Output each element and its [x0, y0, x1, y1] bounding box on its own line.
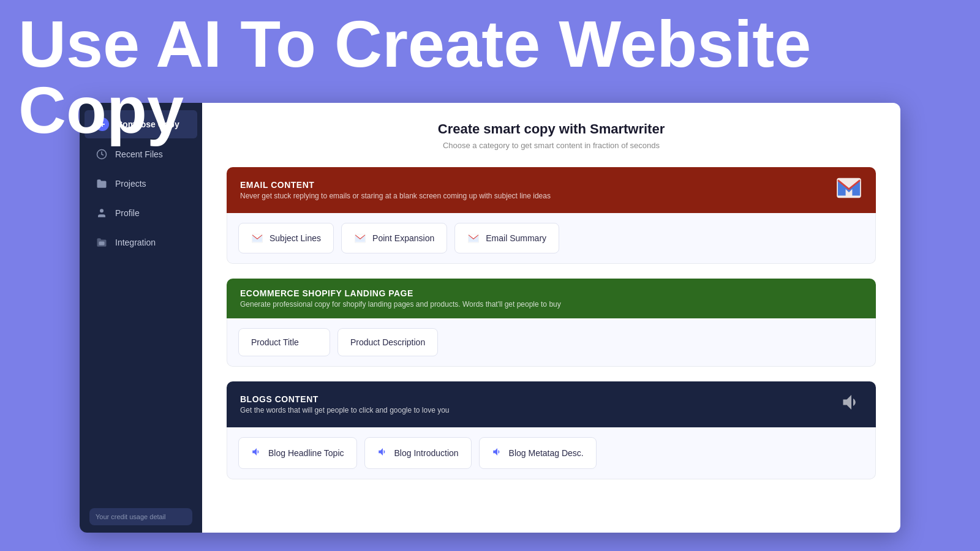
- ecommerce-section: ECOMMERCE SHOPIFY LANDING PAGE Generate …: [227, 279, 876, 367]
- blogs-section-header: BLOGS CONTENT Get the words that will ge…: [227, 381, 876, 427]
- blogs-section-title: BLOGS CONTENT: [240, 394, 450, 404]
- ecommerce-section-items: Product Title Product Description: [227, 318, 876, 367]
- product-description-label: Product Description: [350, 337, 425, 347]
- blogs-section-icon: [840, 391, 862, 418]
- blogs-section-items: Blog Headline Topic Blog Introduction: [227, 427, 876, 479]
- email-section-header: EMAIL CONTENT Never get stuck replying t…: [227, 167, 876, 213]
- credit-text: Your credit usage detail: [96, 513, 166, 520]
- blogs-section-desc: Get the words that will get people to cl…: [240, 406, 450, 414]
- email-summary-card[interactable]: Email Summary: [454, 223, 559, 253]
- main-content: Create smart copy with Smartwriter Choos…: [202, 103, 900, 533]
- product-description-card[interactable]: Product Description: [337, 328, 438, 356]
- blog-headline-card[interactable]: Blog Headline Topic: [238, 437, 357, 469]
- app-container: + Compose Copy Recent Files Projects: [80, 103, 900, 533]
- point-expansion-card[interactable]: Point Expansion: [341, 223, 447, 253]
- email-section-title: EMAIL CONTENT: [240, 180, 551, 190]
- gmail-icon-subject: [251, 232, 263, 244]
- blog-metatag-label: Blog Metatag Desc.: [509, 448, 584, 458]
- sidebar-integration-label: Integration: [115, 238, 156, 247]
- email-section-items: Subject Lines Point Expansion: [227, 213, 876, 264]
- sidebar-footer: Your credit usage detail: [80, 501, 202, 533]
- folder-icon: [96, 178, 108, 190]
- product-title-label: Product Title: [251, 337, 299, 347]
- subject-lines-card[interactable]: Subject Lines: [238, 223, 334, 253]
- sidebar-recent-label: Recent Files: [115, 149, 163, 159]
- blogs-section: BLOGS CONTENT Get the words that will ge…: [227, 381, 876, 479]
- email-section-icon: [835, 177, 862, 203]
- gmail-icon-point: [354, 232, 366, 244]
- ecommerce-section-desc: Generate professional copy for shopify l…: [240, 300, 561, 309]
- megaphone-icon-metatag: [492, 446, 503, 460]
- gmail-icon-summary: [467, 232, 480, 244]
- ecommerce-section-title: ECOMMERCE SHOPIFY LANDING PAGE: [240, 288, 561, 298]
- main-headline: Use AI To Create Website Copy: [0, 0, 980, 149]
- megaphone-icon-headline: [251, 446, 262, 460]
- email-section-desc: Never get stuck replying to emails or st…: [240, 192, 551, 200]
- blog-metatag-card[interactable]: Blog Metatag Desc.: [479, 437, 597, 469]
- ecommerce-header-text: ECOMMERCE SHOPIFY LANDING PAGE Generate …: [240, 288, 561, 309]
- product-title-card[interactable]: Product Title: [238, 328, 330, 356]
- blogs-header-text: BLOGS CONTENT Get the words that will ge…: [240, 394, 450, 414]
- sidebar: + Compose Copy Recent Files Projects: [80, 103, 202, 533]
- user-icon: [96, 207, 108, 219]
- svg-point-1: [100, 209, 104, 212]
- sidebar-projects-label: Projects: [115, 179, 146, 189]
- ecommerce-section-header: ECOMMERCE SHOPIFY LANDING PAGE Generate …: [227, 279, 876, 318]
- plug-icon: [96, 236, 108, 249]
- blog-headline-label: Blog Headline Topic: [268, 448, 344, 458]
- email-section: EMAIL CONTENT Never get stuck replying t…: [227, 167, 876, 264]
- sidebar-item-profile[interactable]: Profile: [85, 200, 197, 227]
- subject-lines-label: Subject Lines: [270, 233, 321, 243]
- sidebar-item-projects[interactable]: Projects: [85, 170, 197, 197]
- credit-bar: Your credit usage detail: [89, 508, 192, 525]
- clock-icon: [96, 148, 108, 160]
- blog-introduction-card[interactable]: Blog Introduction: [364, 437, 472, 469]
- email-summary-label: Email Summary: [486, 233, 546, 243]
- sidebar-profile-label: Profile: [115, 208, 140, 218]
- blog-introduction-label: Blog Introduction: [394, 448, 459, 458]
- sidebar-item-integration[interactable]: Integration: [85, 229, 197, 256]
- point-expansion-label: Point Expansion: [372, 233, 434, 243]
- svg-rect-2: [99, 242, 105, 246]
- email-header-text: EMAIL CONTENT Never get stuck replying t…: [240, 180, 551, 200]
- megaphone-icon-intro: [377, 446, 388, 460]
